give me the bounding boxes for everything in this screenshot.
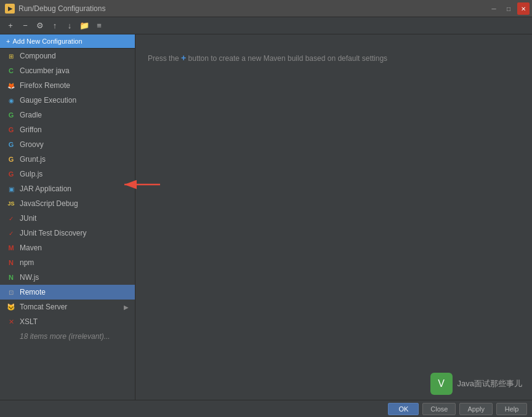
close-dialog-button[interactable]: Close bbox=[422, 403, 456, 415]
more-label: 18 items more (irrelevant)... bbox=[20, 332, 110, 341]
compound-icon: ⊞ bbox=[6, 51, 16, 61]
right-panel-instructions: Press the + button to create a new Maven… bbox=[148, 53, 387, 63]
menu-item-cucumber[interactable]: C Cucumber java bbox=[0, 63, 135, 78]
watermark-text: Java面试那些事儿 bbox=[457, 378, 522, 389]
menu-item-junit-discovery[interactable]: ✓ JUnit Test Discovery bbox=[0, 226, 135, 240]
firefox-icon: 🦊 bbox=[6, 81, 16, 90]
menu-item-griffon[interactable]: G Griffon bbox=[0, 122, 135, 137]
config-menu-list: ⊞ Compound C Cucumber java 🦊 Firefox Rem… bbox=[0, 49, 135, 400]
tomcat-label: Tomcat Server bbox=[20, 303, 67, 311]
jar-label: JAR Application bbox=[20, 185, 71, 193]
add-new-configuration[interactable]: + Add New Configuration bbox=[0, 34, 135, 49]
gradle-label: Gradle bbox=[20, 111, 42, 119]
window-title: Run/Debug Configurations bbox=[18, 4, 105, 13]
remote-label: Remote bbox=[20, 288, 46, 296]
gauge-icon: ◉ bbox=[6, 95, 16, 105]
junit-icon: ✓ bbox=[6, 213, 16, 223]
menu-item-gauge[interactable]: ◉ Gauge Execution bbox=[0, 93, 135, 108]
npm-label: npm bbox=[20, 258, 34, 267]
tomcat-icon: 🐱 bbox=[6, 302, 16, 312]
ok-button[interactable]: OK bbox=[388, 403, 419, 415]
submenu-arrow-icon: ▶ bbox=[124, 304, 129, 311]
firefox-label: Firefox Remote bbox=[20, 81, 70, 90]
menu-item-tomcat[interactable]: 🐱 Tomcat Server ▶ bbox=[0, 300, 135, 314]
move-up-button[interactable]: ↑ bbox=[48, 19, 62, 33]
menu-item-more[interactable]: 18 items more (irrelevant)... bbox=[0, 329, 135, 344]
watermark: V Java面试那些事儿 bbox=[430, 373, 522, 395]
menu-item-firefox[interactable]: 🦊 Firefox Remote bbox=[0, 78, 135, 93]
left-panel: + Add New Configuration ⊞ Compound C Cuc… bbox=[0, 34, 135, 400]
junit-discovery-label: JUnit Test Discovery bbox=[20, 229, 86, 237]
menu-item-groovy[interactable]: G Groovy bbox=[0, 137, 135, 152]
plus-sign-icon: + bbox=[181, 53, 186, 63]
menu-item-grunt[interactable]: G Grunt.js bbox=[0, 152, 135, 167]
folder-button[interactable]: 📁 bbox=[78, 19, 91, 33]
watermark-icon: V bbox=[430, 373, 453, 395]
help-button[interactable]: Help bbox=[496, 403, 527, 415]
jar-icon: ▣ bbox=[6, 184, 16, 194]
groovy-label: Groovy bbox=[20, 140, 44, 149]
close-button[interactable]: ✕ bbox=[517, 2, 530, 15]
toolbar: + − ⚙ ↑ ↓ 📁 ≡ bbox=[0, 17, 532, 34]
junit-discovery-icon: ✓ bbox=[6, 228, 16, 238]
watermark-icon-letter: V bbox=[438, 378, 445, 389]
more-icon bbox=[6, 332, 16, 341]
gauge-label: Gauge Execution bbox=[20, 96, 76, 105]
right-panel: Press the + button to create a new Maven… bbox=[135, 34, 532, 400]
red-arrow-annotation bbox=[117, 178, 166, 191]
move-down-button[interactable]: ↓ bbox=[63, 19, 76, 33]
menu-item-compound[interactable]: ⊞ Compound bbox=[0, 49, 135, 63]
npm-icon: N bbox=[6, 258, 16, 268]
maven-label: Maven bbox=[20, 244, 42, 252]
cucumber-icon: C bbox=[6, 66, 16, 76]
cucumber-label: Cucumber java bbox=[20, 66, 70, 75]
menu-item-jar[interactable]: ▣ JAR Application bbox=[0, 181, 135, 196]
griffon-label: Griffon bbox=[20, 125, 42, 134]
gulp-icon: G bbox=[6, 169, 16, 179]
menu-item-maven[interactable]: M Maven bbox=[0, 240, 135, 255]
griffon-icon: G bbox=[6, 125, 16, 135]
menu-item-npm[interactable]: N npm bbox=[0, 255, 135, 270]
junit-label: JUnit bbox=[20, 214, 36, 223]
add-icon: + bbox=[6, 38, 10, 45]
sort-button[interactable]: ≡ bbox=[92, 19, 106, 33]
menu-item-remote[interactable]: ⊡ Remote bbox=[0, 285, 135, 300]
gradle-icon: G bbox=[6, 110, 16, 120]
grunt-label: Grunt.js bbox=[20, 155, 46, 164]
gulp-label: Gulp.js bbox=[20, 170, 42, 178]
remote-icon: ⊡ bbox=[6, 287, 16, 297]
xslt-label: XSLT bbox=[20, 317, 38, 326]
menu-item-jsdebug[interactable]: JS JavaScript Debug bbox=[0, 196, 135, 211]
add-button[interactable]: + bbox=[4, 19, 17, 33]
nwjs-label: NW.js bbox=[20, 273, 39, 282]
minimize-button[interactable]: ─ bbox=[488, 2, 500, 15]
main-layout: + Add New Configuration ⊞ Compound C Cuc… bbox=[0, 34, 532, 400]
menu-item-gulp[interactable]: G Gulp.js bbox=[0, 167, 135, 181]
window-icon: ▶ bbox=[5, 4, 15, 14]
bottom-bar: OK Close Apply Help bbox=[0, 400, 532, 417]
remove-button[interactable]: − bbox=[18, 19, 32, 33]
menu-item-gradle[interactable]: G Gradle bbox=[0, 108, 135, 122]
jsdebug-icon: JS bbox=[6, 199, 16, 208]
nwjs-icon: N bbox=[6, 272, 16, 282]
add-new-config-label: Add New Configuration bbox=[12, 38, 82, 45]
title-bar: ▶ Run/Debug Configurations ─ □ ✕ bbox=[0, 0, 532, 17]
apply-button[interactable]: Apply bbox=[459, 403, 493, 415]
maven-icon: M bbox=[6, 243, 16, 253]
window-controls: ─ □ ✕ bbox=[488, 2, 530, 15]
jsdebug-label: JavaScript Debug bbox=[20, 199, 78, 208]
menu-item-nwjs[interactable]: N NW.js bbox=[0, 270, 135, 285]
menu-item-xslt[interactable]: ✕ XSLT bbox=[0, 314, 135, 329]
xslt-icon: ✕ bbox=[6, 317, 16, 327]
copy-button[interactable]: ⚙ bbox=[33, 19, 47, 33]
grunt-icon: G bbox=[6, 154, 16, 164]
maximize-button[interactable]: □ bbox=[502, 2, 515, 15]
groovy-icon: G bbox=[6, 140, 16, 149]
compound-label: Compound bbox=[20, 52, 56, 60]
menu-item-junit[interactable]: ✓ JUnit bbox=[0, 211, 135, 226]
